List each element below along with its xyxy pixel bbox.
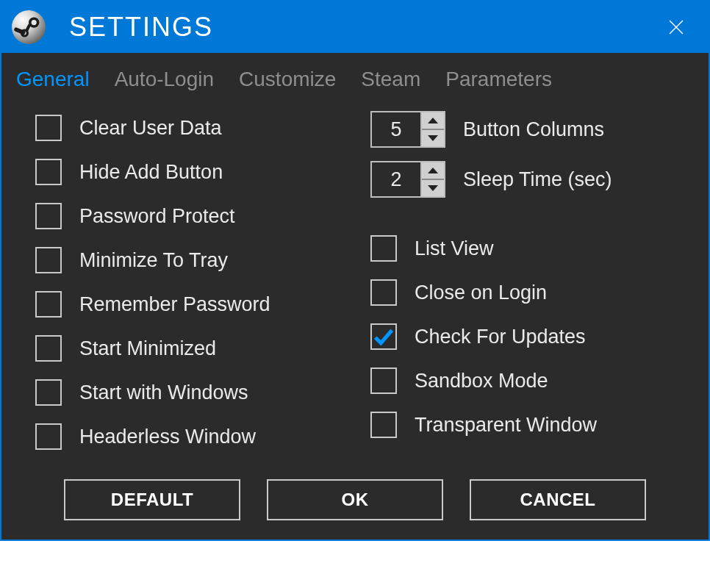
steam-icon	[12, 10, 46, 44]
row-sandbox-mode: Sandbox Mode	[370, 359, 679, 403]
label-minimize-to-tray: Minimize To Tray	[79, 249, 228, 272]
spinner-sleep-time[interactable]: 2	[370, 161, 445, 198]
row-start-minimized: Start Minimized	[35, 326, 344, 370]
label-remember-password: Remember Password	[79, 293, 270, 316]
tab-customize[interactable]: Customize	[239, 68, 336, 91]
chevron-up-icon	[427, 167, 439, 174]
label-list-view: List View	[415, 237, 494, 260]
checkbox-transparent-window[interactable]	[370, 412, 397, 438]
checkbox-headerless-window[interactable]	[35, 423, 62, 450]
label-start-minimized: Start Minimized	[79, 337, 216, 360]
check-icon	[373, 326, 395, 348]
checkbox-hide-add-button[interactable]	[35, 159, 62, 185]
checkbox-remember-password[interactable]	[35, 291, 62, 318]
row-sleep-time: 2 Sleep Time (sec)	[370, 156, 679, 203]
row-minimize-to-tray: Minimize To Tray	[35, 238, 344, 282]
label-sandbox-mode: Sandbox Mode	[415, 370, 548, 392]
close-button[interactable]	[661, 12, 691, 42]
label-hide-add-button: Hide Add Button	[79, 161, 223, 184]
tab-parameters[interactable]: Parameters	[445, 68, 552, 91]
row-list-view: List View	[370, 226, 679, 270]
svg-rect-4	[14, 27, 26, 35]
svg-point-1	[32, 20, 37, 25]
label-transparent-window: Transparent Window	[415, 414, 597, 437]
label-clear-user-data: Clear User Data	[79, 117, 222, 140]
tab-bar: General Auto-Login Customize Steam Param…	[1, 53, 709, 101]
titlebar: SETTINGS	[1, 1, 709, 53]
checkbox-start-minimized[interactable]	[35, 335, 62, 362]
spinner-sleep-time-buttons	[420, 162, 444, 196]
checkbox-close-on-login[interactable]	[370, 279, 397, 306]
close-icon	[667, 18, 685, 36]
tab-steam[interactable]: Steam	[361, 68, 420, 91]
default-button[interactable]: DEFAULT	[64, 479, 240, 520]
row-button-columns: 5 Button Columns	[370, 106, 679, 153]
chevron-down-icon	[427, 184, 439, 192]
tab-general[interactable]: General	[16, 68, 90, 91]
ok-button[interactable]: OK	[267, 479, 443, 520]
content-area: Clear User Data Hide Add Button Password…	[1, 101, 709, 469]
spinner-button-columns[interactable]: 5	[370, 111, 445, 148]
row-check-for-updates: Check For Updates	[370, 315, 679, 359]
checkbox-list-view[interactable]	[370, 235, 397, 262]
spinner-button-columns-buttons	[420, 112, 444, 146]
checkbox-clear-user-data[interactable]	[35, 115, 62, 141]
row-close-on-login: Close on Login	[370, 270, 679, 315]
row-headerless-window: Headerless Window	[35, 415, 344, 459]
window-title: SETTINGS	[69, 12, 661, 43]
label-button-columns: Button Columns	[463, 118, 604, 141]
label-headerless-window: Headerless Window	[79, 426, 256, 448]
footer: DEFAULT OK CANCEL	[1, 469, 709, 539]
label-password-protect: Password Protect	[79, 205, 235, 228]
row-transparent-window: Transparent Window	[370, 403, 679, 447]
cancel-button[interactable]: CANCEL	[470, 479, 646, 520]
row-start-with-windows: Start with Windows	[35, 370, 344, 415]
checkbox-password-protect[interactable]	[35, 203, 62, 229]
row-hide-add-button: Hide Add Button	[35, 150, 344, 194]
chevron-up-icon	[427, 117, 439, 124]
settings-window: SETTINGS General Auto-Login Customize St…	[0, 0, 710, 541]
spinner-button-columns-value[interactable]: 5	[372, 112, 420, 146]
spinner-sleep-time-value[interactable]: 2	[372, 162, 420, 196]
spinner-button-columns-up[interactable]	[422, 112, 444, 129]
spinner-button-columns-down[interactable]	[422, 129, 444, 146]
checkbox-start-with-windows[interactable]	[35, 379, 62, 406]
checkbox-check-for-updates[interactable]	[370, 323, 397, 350]
row-password-protect: Password Protect	[35, 194, 344, 238]
checkbox-minimize-to-tray[interactable]	[35, 247, 62, 273]
label-close-on-login: Close on Login	[415, 282, 547, 304]
checkbox-sandbox-mode[interactable]	[370, 368, 397, 394]
row-clear-user-data: Clear User Data	[35, 106, 344, 150]
tab-auto-login[interactable]: Auto-Login	[115, 68, 214, 91]
spinner-sleep-time-down[interactable]	[422, 179, 444, 196]
chevron-down-icon	[427, 135, 439, 142]
left-column: Clear User Data Hide Add Button Password…	[35, 106, 344, 459]
right-column: 5 Button Columns 2	[370, 106, 679, 459]
label-sleep-time: Sleep Time (sec)	[463, 168, 612, 191]
label-check-for-updates: Check For Updates	[415, 326, 586, 348]
spinner-sleep-time-up[interactable]	[422, 162, 444, 179]
label-start-with-windows: Start with Windows	[79, 381, 248, 404]
row-remember-password: Remember Password	[35, 282, 344, 326]
